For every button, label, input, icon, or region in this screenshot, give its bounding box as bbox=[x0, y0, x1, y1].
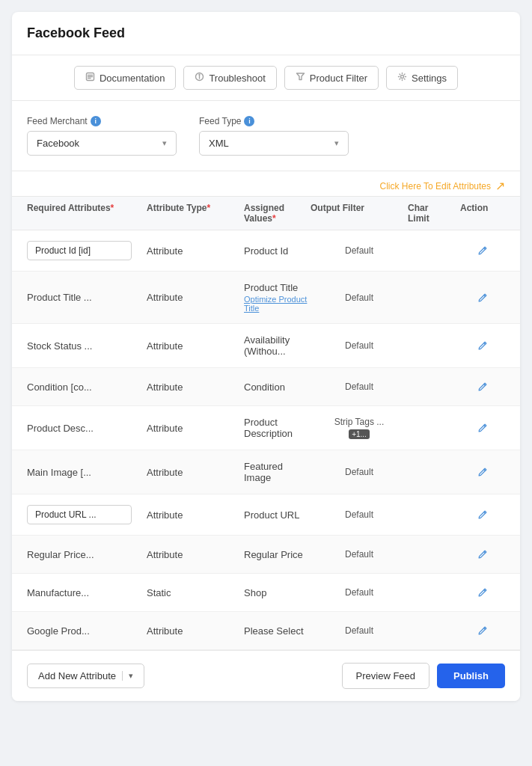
documentation-label: Documentation bbox=[100, 73, 165, 84]
edit-row-button[interactable] bbox=[460, 289, 505, 306]
filter-icon bbox=[296, 72, 305, 84]
page-title: Facebook Feed bbox=[27, 25, 125, 40]
edit-row-button[interactable] bbox=[460, 622, 505, 639]
output-filter-cell: Default bbox=[311, 467, 408, 477]
attr-name-cell: Regular Price... bbox=[27, 549, 147, 560]
table-row: Product Id [id]AttributeProduct IdDefaul… bbox=[12, 230, 520, 272]
feed-config: Feed Merchant i Facebook ▾ Feed Type i X… bbox=[12, 101, 520, 171]
arrow-right-icon: ↗ bbox=[495, 179, 505, 193]
edit-row-button[interactable] bbox=[460, 546, 505, 563]
settings-label: Settings bbox=[412, 73, 447, 84]
action-cell bbox=[460, 506, 505, 523]
attr-type-cell: Attribute bbox=[147, 340, 244, 352]
documentation-button[interactable]: Documentation bbox=[74, 66, 176, 90]
attr-name: Regular Price... bbox=[27, 549, 147, 560]
edit-row-button[interactable] bbox=[460, 584, 505, 601]
assigned-value: Product Description bbox=[244, 417, 311, 439]
assigned-value: Availability (Withou... bbox=[244, 334, 311, 357]
attr-type-cell: Attribute bbox=[147, 467, 244, 478]
action-cell bbox=[460, 420, 505, 436]
settings-button[interactable]: Settings bbox=[386, 66, 458, 90]
product-filter-button[interactable]: Product Filter bbox=[284, 66, 379, 90]
optimize-link[interactable]: Optimize Product Title bbox=[244, 295, 311, 313]
preview-feed-button[interactable]: Preview Feed bbox=[342, 663, 429, 689]
edit-row-button[interactable] bbox=[460, 506, 505, 523]
attr-name: Product Desc... bbox=[27, 423, 147, 434]
feed-type-field: Feed Type i XML ▾ bbox=[199, 116, 349, 156]
add-attribute-label: Add New Attribute bbox=[38, 670, 116, 681]
attributes-section: Click Here To Edit Attributes ↗ Required… bbox=[12, 171, 520, 650]
output-filter-cell: Default bbox=[311, 549, 408, 560]
assigned-value-cell: Product Description bbox=[244, 417, 311, 439]
merchant-select[interactable]: Facebook ▾ bbox=[27, 131, 177, 156]
assigned-value: Product Title bbox=[244, 282, 311, 293]
output-filter-value: Default bbox=[345, 509, 373, 520]
output-filter-cell: Default bbox=[311, 509, 408, 520]
assigned-value-cell: Condition bbox=[244, 382, 311, 393]
attr-name-cell: Product URL ... bbox=[27, 505, 147, 524]
action-cell bbox=[460, 289, 505, 306]
attr-type-cell: Attribute bbox=[147, 509, 244, 521]
footer-actions: Preview Feed Publish bbox=[342, 663, 505, 689]
table-row: Regular Price...AttributeRegular PriceDe… bbox=[12, 536, 520, 574]
edit-attributes-hint: Click Here To Edit Attributes ↗ bbox=[12, 171, 520, 196]
col-action: Action bbox=[460, 203, 505, 224]
edit-row-button[interactable] bbox=[460, 464, 505, 480]
edit-row-button[interactable] bbox=[460, 420, 505, 436]
table-row: Product URL ...AttributeProduct URLDefau… bbox=[12, 494, 520, 536]
attr-name-cell: Product Title ... bbox=[27, 292, 147, 303]
assigned-value: Product Id bbox=[244, 245, 311, 257]
publish-button[interactable]: Publish bbox=[437, 664, 505, 688]
table-row: Stock Status ...AttributeAvailability (W… bbox=[12, 324, 520, 368]
attr-name: Product Title ... bbox=[27, 292, 147, 303]
info-icon bbox=[195, 72, 204, 84]
table-row: Condition [co...AttributeConditionDefaul… bbox=[12, 368, 520, 406]
attr-type-cell: Attribute bbox=[147, 423, 244, 434]
assigned-value: Condition bbox=[244, 382, 311, 393]
assigned-value-cell: Product TitleOptimize Product Title bbox=[244, 282, 311, 313]
footer-bar: Add New Attribute ▾ Preview Feed Publish bbox=[12, 650, 520, 701]
assigned-value-cell: Regular Price bbox=[244, 549, 311, 560]
attr-type-cell: Attribute bbox=[147, 382, 244, 393]
attr-name-cell: Manufacture... bbox=[27, 587, 147, 598]
merchant-info-icon[interactable]: i bbox=[91, 116, 101, 126]
troubleshoot-button[interactable]: Troubleshoot bbox=[183, 66, 276, 90]
attr-type-cell: Attribute bbox=[147, 625, 244, 637]
output-filter-cell: Default bbox=[311, 292, 408, 303]
page-title-bar: Facebook Feed bbox=[12, 12, 520, 55]
output-filter-cell: Default bbox=[311, 625, 408, 636]
output-filter-cell: Default bbox=[311, 340, 408, 351]
output-filter-value: Strip Tags ... bbox=[334, 417, 384, 427]
col-type: Attribute Type* bbox=[147, 203, 244, 224]
edit-row-button[interactable] bbox=[460, 242, 505, 259]
attr-name-cell: Main Image [... bbox=[27, 467, 147, 478]
table-row: Product Title ...AttributeProduct TitleO… bbox=[12, 272, 520, 324]
output-filter-value: Default bbox=[345, 625, 373, 636]
edit-row-button[interactable] bbox=[460, 337, 505, 354]
merchant-label: Feed Merchant i bbox=[27, 116, 177, 126]
add-attribute-button[interactable]: Add New Attribute ▾ bbox=[27, 664, 144, 688]
assigned-value: Regular Price bbox=[244, 549, 311, 560]
toolbar: Documentation Troubleshoot bbox=[12, 55, 520, 101]
attr-name: Google Prod... bbox=[27, 625, 147, 637]
table-row: Main Image [...AttributeFeatured ImageDe… bbox=[12, 450, 520, 494]
table-rows-container: Product Id [id]AttributeProduct IdDefaul… bbox=[12, 230, 520, 650]
action-cell bbox=[460, 622, 505, 639]
filter-extra-badge: +1... bbox=[349, 429, 370, 439]
edit-row-button[interactable] bbox=[460, 379, 505, 395]
action-cell bbox=[460, 546, 505, 563]
edit-attributes-link[interactable]: Click Here To Edit Attributes bbox=[379, 181, 491, 192]
col-output-filter: Output Filter bbox=[311, 203, 408, 224]
feed-type-info-icon[interactable]: i bbox=[244, 116, 254, 126]
assigned-value: Shop bbox=[244, 587, 311, 598]
svg-marker-7 bbox=[296, 73, 304, 80]
troubleshoot-label: Troubleshoot bbox=[209, 73, 265, 84]
feed-type-select[interactable]: XML ▾ bbox=[199, 131, 349, 156]
assigned-value-cell: Please Select bbox=[244, 625, 311, 637]
attr-type-cell: Attribute bbox=[147, 245, 244, 257]
output-filter-cell: Strip Tags ...+1... bbox=[311, 417, 408, 439]
assigned-value-cell: Availability (Withou... bbox=[244, 334, 311, 357]
attr-name: Condition [co... bbox=[27, 382, 147, 393]
attr-type-cell: Static bbox=[147, 587, 244, 598]
output-filter-value: Default bbox=[345, 292, 373, 303]
